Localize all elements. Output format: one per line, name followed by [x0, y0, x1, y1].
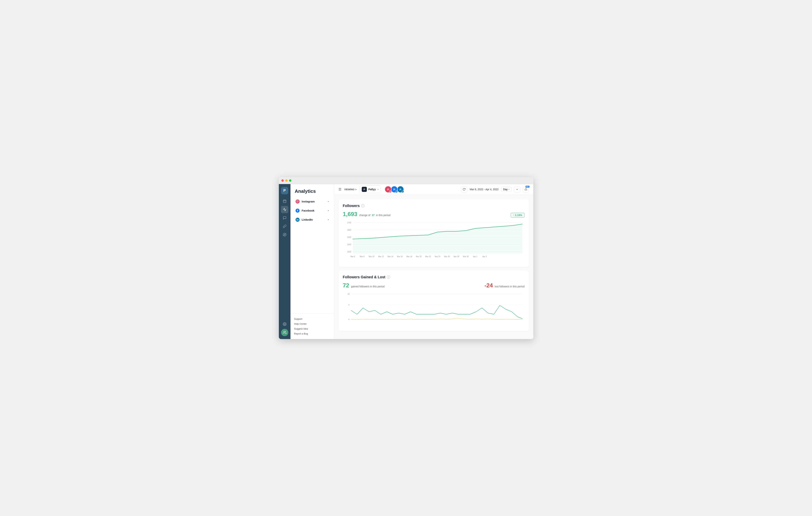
svg-text:Mar 18: Mar 18	[406, 255, 412, 257]
notification-badge: 50+	[525, 186, 529, 188]
footer-help[interactable]: Help Center	[294, 321, 330, 326]
svg-point-14	[390, 191, 390, 192]
left-nav: Analytics Instagram ▾	[290, 184, 334, 339]
svg-text:1680: 1680	[347, 228, 351, 231]
svg-point-6	[284, 324, 285, 324]
gained-info-icon[interactable]: i	[387, 275, 390, 279]
followers-title-row: Followers i	[343, 204, 525, 208]
svg-text:Mar 8: Mar 8	[360, 255, 365, 257]
svg-text:Mar 16: Mar 16	[397, 255, 403, 257]
followers-gained-panel: Followers Gained & Lost i 72 gained foll…	[339, 271, 529, 331]
export-button[interactable]	[514, 186, 520, 192]
svg-text:1660: 1660	[347, 236, 351, 238]
followers-value: 1,693	[343, 211, 357, 218]
profile-avatar-facebook[interactable]: P	[391, 186, 398, 193]
svg-text:Mar 10: Mar 10	[369, 255, 374, 257]
account-selector[interactable]: P Pallyy ▾	[359, 186, 381, 193]
gained-chart: 10 5 0	[343, 290, 525, 327]
sidebar-bottom	[281, 321, 288, 336]
nav-footer: Support Help Center Suggest Idea Report …	[290, 314, 334, 339]
icon-sidebar: P	[279, 184, 290, 339]
date-range: Mar 6, 2022 - Apr 4, 2022	[470, 188, 499, 191]
followers-chart: 1700 1680 1660 1640 1620	[343, 219, 525, 263]
svg-point-4	[283, 233, 286, 236]
app-body: P	[279, 184, 533, 339]
gained-metric: 72 gained followers in this period	[343, 282, 385, 289]
nav-item-facebook[interactable]: Facebook ▾	[292, 207, 332, 215]
page-title: Analytics	[290, 184, 334, 197]
app-logo[interactable]: P	[281, 187, 288, 194]
nav-item-linkedin[interactable]: LinkedIn ▾	[292, 216, 332, 224]
sidebar-item-calendar[interactable]	[281, 197, 288, 205]
topbar: ☰ VIEWING > P Pallyy ▾ P	[334, 184, 533, 195]
svg-text:Mar 28: Mar 28	[453, 255, 459, 257]
nav-label-facebook: Facebook	[302, 209, 315, 212]
facebook-icon	[296, 209, 299, 213]
viewing-label: VIEWING >	[344, 188, 357, 191]
account-dropdown-icon: ▾	[378, 188, 379, 191]
lost-desc: lost followers in this period	[495, 285, 524, 288]
lost-metric: -24 lost followers in this period	[485, 282, 524, 289]
svg-text:0: 0	[348, 318, 349, 321]
sidebar-item-messages[interactable]	[281, 214, 288, 221]
account-name: Pallyy	[368, 188, 376, 191]
gained-desc: gained followers in this period	[351, 285, 384, 288]
gained-value: 72	[343, 282, 349, 289]
svg-text:1640: 1640	[347, 243, 351, 246]
sidebar-item-settings[interactable]	[281, 321, 288, 328]
main-content: ☰ VIEWING > P Pallyy ▾ P	[334, 184, 533, 339]
svg-text:10: 10	[347, 293, 349, 295]
svg-text:Mar 26: Mar 26	[444, 255, 450, 257]
minimize-button[interactable]	[285, 179, 288, 182]
svg-point-12	[296, 219, 297, 219]
followers-metric-row: 1,693 change of 37 in this period ↑ 2.19…	[343, 211, 525, 218]
profile-avatar-instagram[interactable]: P	[385, 186, 392, 193]
nav-label-instagram: Instagram	[302, 200, 315, 203]
svg-text:Mar 30: Mar 30	[463, 255, 468, 257]
svg-rect-15	[402, 191, 402, 192]
footer-suggest[interactable]: Suggest Idea	[294, 326, 330, 331]
followers-change-number: 37	[372, 214, 375, 217]
svg-text:1700: 1700	[347, 221, 351, 224]
topbar-right: Mar 6, 2022 - Apr 4, 2022 Day ▾	[461, 186, 529, 192]
svg-text:Mar 24: Mar 24	[435, 255, 440, 257]
notification-button[interactable]: 50+	[523, 186, 529, 192]
chevron-down-icon-2: ▾	[328, 209, 329, 212]
nav-label-linkedin: LinkedIn	[302, 218, 313, 221]
instagram-icon	[296, 199, 299, 203]
svg-point-7	[284, 331, 285, 332]
svg-text:Mar 12: Mar 12	[378, 255, 384, 257]
followers-title: Followers	[343, 204, 360, 208]
sidebar-item-profile[interactable]	[281, 329, 288, 336]
gained-title: Followers Gained & Lost	[343, 275, 385, 279]
svg-text:Mar 6: Mar 6	[350, 255, 355, 257]
sidebar-item-links[interactable]	[281, 223, 288, 230]
followers-info-icon[interactable]: i	[361, 204, 365, 207]
sidebar-item-analytics[interactable]	[281, 206, 288, 213]
sidebar-item-discover[interactable]	[281, 231, 288, 238]
menu-icon[interactable]: ☰	[339, 187, 341, 191]
svg-text:Mar 20: Mar 20	[416, 255, 422, 257]
svg-text:Apr 3: Apr 3	[483, 255, 487, 257]
followers-change-badge: ↑ 2.19%	[511, 213, 525, 218]
chevron-down-icon: ▾	[328, 200, 329, 203]
svg-text:5: 5	[348, 304, 349, 306]
close-button[interactable]	[281, 179, 284, 182]
svg-text:Apr 1: Apr 1	[473, 255, 477, 257]
nav-item-instagram[interactable]: Instagram ▾	[292, 197, 332, 206]
svg-marker-5	[284, 234, 285, 235]
granularity-selector[interactable]: Day ▾	[501, 187, 512, 192]
svg-rect-13	[390, 191, 391, 192]
footer-support[interactable]: Support	[294, 317, 330, 321]
svg-point-10	[298, 201, 298, 201]
svg-rect-0	[283, 200, 286, 202]
svg-rect-8	[296, 200, 298, 202]
profile-avatar-linkedin[interactable]: P	[397, 186, 404, 193]
lost-value: -24	[485, 282, 493, 289]
account-icon: P	[362, 187, 367, 192]
footer-report-bug[interactable]: Report a Bug	[294, 331, 330, 336]
refresh-button[interactable]	[461, 186, 467, 192]
maximize-button[interactable]	[289, 179, 291, 182]
linkedin-icon	[296, 218, 299, 222]
content-area: Followers i 1,693 change of 37 in this p…	[334, 195, 533, 339]
